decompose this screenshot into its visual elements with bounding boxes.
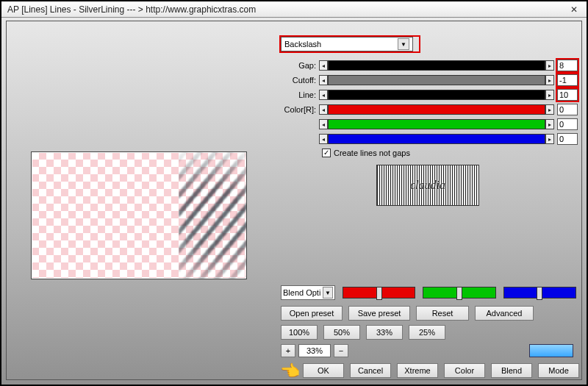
color-swatch[interactable] <box>529 344 573 357</box>
arrow-left-icon[interactable]: ◂ <box>319 104 328 115</box>
arrow-right-icon[interactable]: ▸ <box>545 104 554 115</box>
color-r-slider[interactable]: ◂ ▸ <box>319 104 554 115</box>
close-icon: ✕ <box>570 4 578 15</box>
pointing-hand-icon: 👉 <box>281 362 301 381</box>
mode-button[interactable]: Mode <box>538 363 579 378</box>
color-r-label: Color[R]: <box>281 105 319 114</box>
arrow-left-icon[interactable]: ◂ <box>319 90 328 100</box>
gap-label: Gap: <box>281 61 319 70</box>
slider-thumb[interactable] <box>537 287 542 300</box>
zoom-33-button[interactable]: 33% <box>366 325 403 340</box>
blend-blue-slider[interactable] <box>503 287 576 299</box>
create-lines-label: Create lines not gaps <box>334 149 410 157</box>
arrow-right-icon[interactable]: ▸ <box>545 60 554 71</box>
preview-canvas <box>31 151 247 279</box>
reset-button[interactable]: Reset <box>416 306 469 321</box>
cutoff-label: Cutoff: <box>281 76 319 85</box>
color-g-value[interactable]: 0 <box>557 118 578 130</box>
line-value[interactable]: 10 <box>557 89 578 101</box>
close-button[interactable]: ✕ <box>564 3 584 16</box>
color-g-track[interactable] <box>328 119 545 129</box>
open-preset-button[interactable]: Open preset <box>281 306 343 321</box>
ok-button[interactable]: OK <box>303 363 344 378</box>
arrow-right-icon[interactable]: ▸ <box>545 119 554 129</box>
arrow-right-icon[interactable]: ▸ <box>545 134 554 144</box>
color-g-slider[interactable]: ◂ ▸ <box>319 119 554 129</box>
arrow-left-icon[interactable]: ◂ <box>319 75 328 85</box>
color-b-slider[interactable]: ◂ ▸ <box>319 134 554 144</box>
line-label: Line: <box>281 90 319 99</box>
arrow-left-icon[interactable]: ◂ <box>319 134 328 144</box>
zoom-value[interactable]: 33% <box>298 344 331 357</box>
blend-red-slider[interactable] <box>343 287 415 299</box>
blend-green-slider[interactable] <box>423 287 495 299</box>
claudia-logo: claudia <box>376 165 479 206</box>
gap-track[interactable] <box>328 60 545 71</box>
line-track[interactable] <box>328 90 545 100</box>
gap-value[interactable]: 8 <box>557 60 578 71</box>
cutoff-track[interactable] <box>328 75 545 85</box>
color-r-value[interactable]: 0 <box>557 104 578 115</box>
zoom-50-button[interactable]: 50% <box>323 325 360 340</box>
blend-button[interactable]: Blend <box>491 363 532 378</box>
window-title: AP [Lines] Lines - SilverLining --- > ht… <box>7 4 256 15</box>
zoom-100-button[interactable]: 100% <box>281 325 318 340</box>
cutoff-value[interactable]: -1 <box>557 74 578 86</box>
slider-thumb[interactable] <box>456 287 462 300</box>
chevron-down-icon: ▼ <box>398 38 409 50</box>
cutoff-slider[interactable]: ◂ ▸ <box>319 75 554 85</box>
advanced-button[interactable]: Advanced <box>475 306 534 321</box>
line-type-value: Backslash <box>284 40 321 49</box>
client-area: Backslash ▼ Gap: ◂ ▸ 8 Cutoff: ◂ ▸ -1 Li… <box>1 18 587 385</box>
chevron-down-icon: ▼ <box>323 287 333 299</box>
arrow-right-icon[interactable]: ▸ <box>545 90 554 100</box>
color-button[interactable]: Color <box>444 363 485 378</box>
zoom-25-button[interactable]: 25% <box>409 325 445 340</box>
line-type-dropdown[interactable]: Backslash ▼ <box>281 37 413 51</box>
zoom-out-button[interactable]: − <box>334 344 348 357</box>
color-b-value[interactable]: 0 <box>557 133 578 145</box>
zoom-in-button[interactable]: + <box>281 344 295 357</box>
cancel-button[interactable]: Cancel <box>350 363 391 378</box>
color-r-track[interactable] <box>328 104 545 115</box>
arrow-right-icon[interactable]: ▸ <box>545 75 554 85</box>
color-b-track[interactable] <box>328 134 545 144</box>
line-slider[interactable]: ◂ ▸ <box>319 90 554 100</box>
gap-slider[interactable]: ◂ ▸ <box>319 60 554 71</box>
create-lines-checkbox[interactable]: ✓ <box>322 149 331 157</box>
arrow-left-icon[interactable]: ◂ <box>319 119 328 129</box>
titlebar: AP [Lines] Lines - SilverLining --- > ht… <box>1 1 587 18</box>
save-preset-button[interactable]: Save preset <box>348 306 410 321</box>
xtreme-button[interactable]: Xtreme <box>397 363 438 378</box>
slider-thumb[interactable] <box>376 287 382 300</box>
blend-option-dropdown[interactable]: Blend Opti ▼ <box>281 285 335 300</box>
arrow-left-icon[interactable]: ◂ <box>319 60 328 71</box>
